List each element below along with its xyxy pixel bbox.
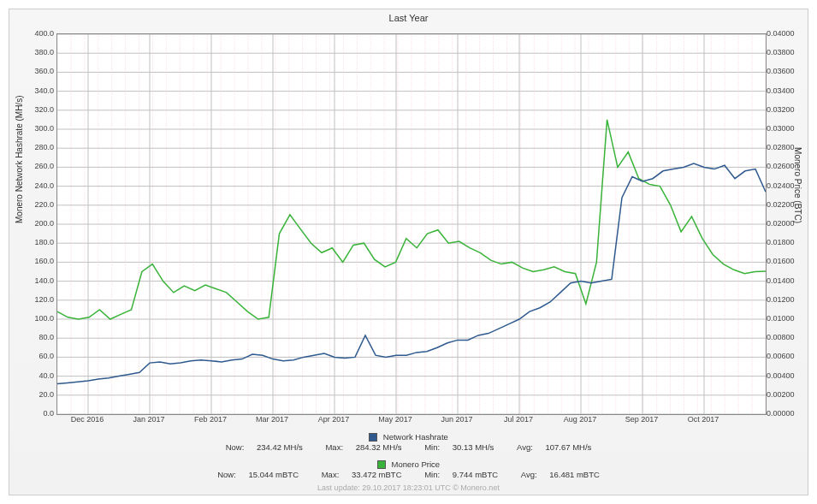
swatch-green-icon [377, 460, 386, 469]
legend-price-name: Monero Price [392, 460, 441, 469]
legend-price: Monero Price Now: 15.044 mBTC Max: 33.47… [9, 460, 808, 479]
x-ticks: Dec 2016Jan 2017Feb 2017Mar 2017Apr 2017… [56, 415, 765, 427]
legend-price-stats: Now: 15.044 mBTC Max: 33.472 mBTC Min: 9… [9, 470, 808, 479]
y-left-ticks: 0.020.040.060.080.0100.0120.0140.0160.01… [27, 33, 54, 413]
y-right-ticks: 0.000000.002000.004000.006000.008000.010… [767, 33, 801, 413]
plot-area [56, 33, 767, 415]
chart-container: Last Year Monero Network Hashrate (MH/s)… [9, 9, 808, 495]
swatch-blue-icon [369, 433, 377, 442]
chart-title: Last Year [9, 9, 808, 23]
y-left-axis-label: Monero Network Hashrate (MH/s) [15, 96, 24, 223]
footer-text: Last update: 29.10.2017 18:23:01 UTC © M… [9, 483, 808, 492]
grid [57, 34, 766, 414]
legend-hashrate-stats: Now: 234.42 MH/s Max: 284.32 MH/s Min: 3… [9, 442, 808, 452]
legend-hashrate: Network Hashrate Now: 234.42 MH/s Max: 2… [9, 432, 808, 452]
legend-hashrate-name: Network Hashrate [383, 432, 448, 442]
